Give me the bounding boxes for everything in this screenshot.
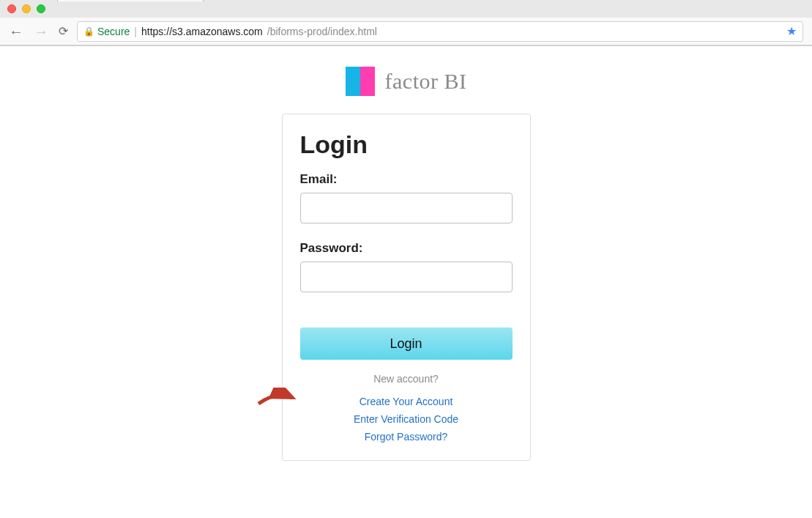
secure-indicator: 🔒 Secure [83, 26, 130, 37]
annotation-arrow-icon [255, 388, 299, 410]
bookmark-star-icon[interactable]: ★ [786, 24, 797, 38]
forgot-password-link[interactable]: Forgot Password? [300, 429, 513, 446]
window-traffic-lights [7, 4, 45, 13]
separator: | [134, 26, 137, 37]
browser-chrome: Console Factor BI × ← → ⟳ 🔒 Secure | htt… [0, 0, 812, 46]
new-account-text: New account? [300, 373, 513, 385]
login-button[interactable]: Login [300, 328, 513, 360]
browser-toolbar: ← → ⟳ 🔒 Secure | https://s3.amazonaws.co… [0, 18, 812, 45]
forward-button[interactable]: → [34, 24, 48, 39]
password-label: Password: [300, 241, 513, 256]
window-maximize-button[interactable] [37, 4, 45, 13]
brand-name: factor BI [385, 69, 467, 94]
brand-header: factor BI [346, 67, 467, 96]
login-card: Login Email: Password: Login New account… [282, 114, 531, 461]
create-account-link[interactable]: Create Your Account [300, 393, 513, 411]
window-titlebar [0, 0, 812, 18]
email-field[interactable] [300, 193, 513, 223]
url-path: /biforms-prod/index.html [267, 26, 377, 37]
window-minimize-button[interactable] [22, 4, 31, 13]
secure-label: Secure [97, 26, 130, 37]
email-label: Email: [300, 172, 513, 187]
footer-links: Create Your Account Enter Verification C… [300, 393, 513, 445]
password-field[interactable] [300, 262, 513, 292]
reload-button[interactable]: ⟳ [59, 24, 68, 38]
url-host: https://s3.amazonaws.com [141, 26, 263, 37]
brand-logo-icon [346, 67, 375, 96]
page-content: factor BI Login Email: Password: Login N… [0, 46, 812, 461]
back-button[interactable]: ← [9, 24, 23, 39]
window-close-button[interactable] [7, 4, 16, 13]
address-bar[interactable]: 🔒 Secure | https://s3.amazonaws.com/bifo… [77, 21, 803, 42]
lock-icon: 🔒 [83, 26, 94, 37]
browser-tab[interactable]: Console Factor BI × [57, 0, 204, 1]
login-heading: Login [300, 130, 513, 159]
nav-buttons: ← → ⟳ [9, 24, 68, 39]
enter-verification-link[interactable]: Enter Verification Code [300, 411, 513, 429]
